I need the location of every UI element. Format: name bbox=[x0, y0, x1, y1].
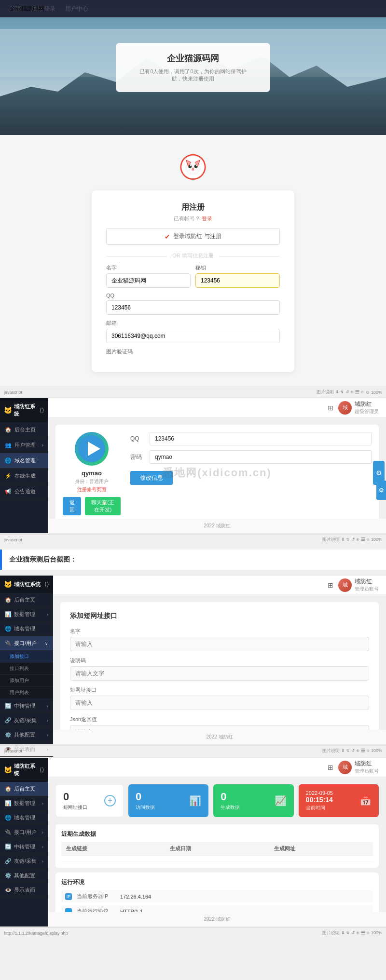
short-url-count: 0 bbox=[63, 791, 87, 803]
qq-field-label: QQ bbox=[130, 435, 145, 442]
admin-main-3: ⊞ 域 域防红 管理员账号 0 短网址接口 bbox=[48, 758, 386, 926]
admin-avatar-1: 域 bbox=[338, 401, 352, 415]
sidebar-item-links-3[interactable]: 🔗 友链/采集 › bbox=[0, 854, 48, 869]
stats-row: 0 短网址接口 + 0 访问数据 📊 0 bbox=[55, 784, 379, 817]
admin-content-3: 0 短网址接口 + 0 访问数据 📊 0 bbox=[48, 777, 386, 912]
profile-avatar bbox=[75, 432, 109, 466]
env-title: 运行环境 bbox=[61, 878, 373, 886]
field-code-input[interactable] bbox=[70, 666, 369, 681]
password-field-input[interactable] bbox=[150, 450, 372, 464]
sidebar-menu-1: 🏠 后台主页 👥 用户管理 › 🌐 域名管理 ⚡ 在线生成 📢 bbox=[0, 422, 48, 499]
field-name-input[interactable] bbox=[70, 637, 369, 651]
sidebar-item-data-2[interactable]: 📊 数据管理 › bbox=[0, 607, 53, 622]
sidebar-item-home-1[interactable]: 🏠 后台主页 bbox=[0, 422, 48, 438]
admin-main-1: ⊞ 域 域防红 超级管理员 bbox=[48, 398, 386, 533]
sidebar-item-links-2[interactable]: 🔗 友链/采集 › bbox=[0, 713, 53, 728]
stat-today: 0 访问数据 📊 bbox=[128, 784, 208, 817]
captcha-label: 图片验证码 bbox=[106, 348, 280, 355]
transfer-icon-3: 🔄 bbox=[5, 844, 12, 850]
browser-bar-1: javascript 图片说明 ⬇ ↯ ↺ ⊕ ☰ ⊙ ⊙ 100% bbox=[0, 387, 386, 397]
env-badge-protocol: 🌐 bbox=[65, 908, 72, 913]
sidebar-collapse-btn[interactable]: ⟨⟩ bbox=[40, 407, 44, 414]
chat-button[interactable]: 聊天室(正在开发) bbox=[85, 497, 121, 515]
short-url-label: 短网址接口 bbox=[63, 804, 87, 811]
grid-icon-2: ⊞ bbox=[328, 581, 333, 589]
sidebar-item-data-3[interactable]: 📊 数据管理 › bbox=[0, 796, 48, 811]
config-icon-3: ⚙️ bbox=[5, 873, 12, 879]
field-json-input[interactable] bbox=[70, 725, 369, 730]
sidebar-collapse-btn-3[interactable]: ⟨⟩ bbox=[40, 766, 44, 773]
profile-right: QQ 密码 修改信息 bbox=[130, 432, 372, 514]
sidebar-item-interface-2[interactable]: 🔌 接口/用户 ∨ bbox=[0, 636, 53, 651]
back-button[interactable]: 返回 bbox=[63, 497, 81, 515]
links-icon-2: 🔗 bbox=[5, 717, 12, 724]
email-input[interactable] bbox=[106, 329, 280, 343]
admin-content-2: 添加短网址接口 名字 说明码 短网址接口 Json返回值 bbox=[53, 595, 386, 730]
admin-username-2: 域防红 bbox=[355, 577, 379, 586]
profile-name: qymao bbox=[63, 470, 121, 477]
submenu-user-list[interactable]: 用户列表 bbox=[0, 687, 53, 699]
sidebar-collapse-btn-2[interactable]: ⟨⟩ bbox=[44, 581, 49, 588]
generate-label: 生成数据 bbox=[221, 804, 240, 811]
field-name: 名字 bbox=[70, 628, 369, 651]
display-icon-3: 👁️ bbox=[5, 887, 12, 893]
sidebar-item-transfer-3[interactable]: 🔄 中转管理 › bbox=[0, 840, 48, 854]
sidebar-item-transfer-2[interactable]: 🔄 中转管理 › bbox=[0, 699, 53, 713]
code-input[interactable] bbox=[195, 273, 280, 288]
today-icon: 📊 bbox=[189, 795, 201, 806]
qq-field-input[interactable] bbox=[150, 432, 372, 445]
sidebar-item-domain-1[interactable]: 🌐 域名管理 bbox=[0, 453, 48, 469]
field-json-label: Json返回值 bbox=[70, 716, 369, 723]
hero-tagline: 已有0人使用，调用了0次，为你的网站保驾护航，快来注册使用 bbox=[135, 68, 251, 82]
grid-icon-3: ⊞ bbox=[328, 764, 333, 771]
qq-login-button[interactable]: ✔ 登录域防红 与注册 bbox=[106, 228, 280, 245]
home-icon-3: 🏠 bbox=[5, 786, 12, 792]
env-row-ip: IP 当前服务器IP 172.26.4.164 bbox=[61, 890, 373, 902]
qq-input[interactable] bbox=[106, 300, 280, 315]
users-icon-1: 👥 bbox=[5, 442, 12, 448]
sidebar-item-generate-1[interactable]: ⚡ 在线生成 bbox=[0, 469, 48, 484]
submenu-add-user[interactable]: 添加用户 bbox=[0, 675, 53, 687]
admin-sidebar-1: 🐱 域防红系统 ⟨⟩ 🏠 后台主页 👥 用户管理 › 🌐 域名管理 bbox=[0, 398, 48, 533]
sidebar-item-home-3[interactable]: 🏠 后台主页 bbox=[0, 782, 48, 796]
browser-bar-4: http://1.1.1.2/Manage/display.php 图片说明 ⬇… bbox=[0, 927, 386, 938]
sidebar-header-3: 🐱 域防红系统 ⟨⟩ bbox=[0, 758, 48, 782]
env-row-protocol: 🌐 当前运行协议 HTTP/1.1 bbox=[61, 905, 373, 912]
admin-role-2: 管理员账号 bbox=[355, 586, 379, 592]
env-value-protocol: HTTP/1.1 bbox=[120, 909, 143, 913]
sidebar-header-2: 🐱 域防红系统 ⟨⟩ bbox=[0, 576, 53, 593]
sidebar-item-notice-1[interactable]: 📢 公告通道 bbox=[0, 484, 48, 499]
admin-layout-1: 🐱 域防红系统 ⟨⟩ 🏠 后台主页 👥 用户管理 › 🌐 域名管理 bbox=[0, 398, 386, 533]
sidebar-item-domain-3[interactable]: 🌐 域名管理 bbox=[0, 811, 48, 825]
short-url-add-btn[interactable]: + bbox=[104, 795, 116, 806]
interface-icon-3: 🔌 bbox=[5, 829, 12, 835]
save-button[interactable]: 修改信息 bbox=[130, 471, 173, 485]
name-input[interactable] bbox=[106, 273, 191, 288]
sidebar-item-config-3[interactable]: ⚙️ 其他配置 bbox=[0, 869, 48, 883]
register-title: 用注册 bbox=[106, 202, 280, 213]
field-shorturl-input[interactable] bbox=[70, 696, 369, 710]
sidebar-item-home-2[interactable]: 🏠 后台主页 bbox=[0, 593, 53, 607]
field-json: Json返回值 bbox=[70, 716, 369, 730]
qq-icon: ✔ bbox=[165, 233, 170, 241]
time-icon: 📅 bbox=[359, 795, 372, 806]
field-code: 说明码 bbox=[70, 657, 369, 681]
footer-2: 2022 域防红 bbox=[53, 730, 386, 744]
admin-avatar-2: 域 bbox=[338, 578, 352, 592]
submenu-interface-list[interactable]: 接口列表 bbox=[0, 663, 53, 675]
form-title: 添加短网址接口 bbox=[70, 612, 369, 620]
interface-icon-2: 🔌 bbox=[5, 640, 12, 646]
submenu-add-interface[interactable]: 添加接口 bbox=[0, 651, 53, 663]
login-link[interactable]: 登录 bbox=[202, 215, 212, 221]
sidebar-item-display-3[interactable]: 👁️ 显示表面 bbox=[0, 883, 48, 898]
footer-1: 2022 域防红 bbox=[48, 519, 386, 533]
admin-layout-2: 🐱 域防红系统 ⟨⟩ 🏠 后台主页 📊 数据管理 › 🌐 域名管理 bbox=[0, 576, 386, 744]
sidebar-item-config-2[interactable]: ⚙️ 其他配置 › bbox=[0, 728, 53, 742]
sidebar-item-users-1[interactable]: 👥 用户管理 › bbox=[0, 438, 48, 453]
sidebar-item-domain-2[interactable]: 🌐 域名管理 bbox=[0, 622, 53, 636]
sidebar-item-interface-3[interactable]: 🔌 接口/用户 › bbox=[0, 825, 48, 840]
qq-label: QQ bbox=[106, 293, 280, 298]
sidebar-system-name-2: 域防红系统 bbox=[14, 581, 41, 588]
email-label: 邮箱 bbox=[106, 320, 280, 327]
stat-time-label: 当前时间 bbox=[306, 805, 333, 811]
